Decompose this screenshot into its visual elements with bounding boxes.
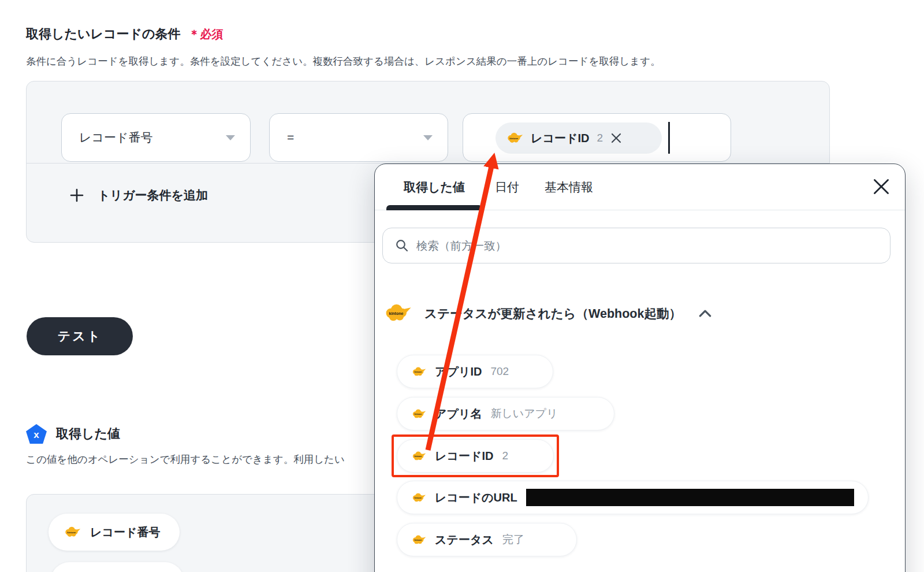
output-value-icon: x <box>26 424 47 444</box>
redacted-value <box>526 489 854 506</box>
tab-date[interactable]: 日付 <box>482 164 532 210</box>
value-chip-value: 2 <box>597 132 603 144</box>
plus-icon <box>70 188 84 202</box>
value-picker-popup: 取得した値 日付 基本情報 ステータスが更新されたら（Webhook起動） アプ… <box>374 164 906 572</box>
popup-search-box <box>382 228 891 263</box>
value-chip[interactable]: レコードID 2 <box>495 122 662 154</box>
picker-chip-app-id[interactable]: アプリID 702 <box>397 355 553 388</box>
result-section-title: 取得した値 <box>56 425 120 443</box>
operator-select-value: = <box>287 131 294 144</box>
collapse-toggle[interactable] <box>699 310 711 317</box>
search-input[interactable] <box>416 239 877 252</box>
kintone-icon <box>411 408 426 419</box>
page-title: 取得したいレコードの条件 <box>26 25 181 43</box>
result-value-chip[interactable] <box>51 562 184 572</box>
close-icon[interactable] <box>873 178 890 195</box>
value-chip-label: レコードID <box>531 131 589 146</box>
page-header: 取得したいレコードの条件 ＊必須 <box>26 25 223 43</box>
result-chip-label: レコード番号 <box>90 525 160 540</box>
picker-chip-label: ステータス <box>435 532 494 548</box>
kintone-icon <box>506 132 523 144</box>
result-section-header: x 取得した値 <box>26 424 120 444</box>
result-value-chip[interactable]: レコード番号 <box>49 514 180 551</box>
text-cursor <box>668 122 670 154</box>
search-icon <box>396 239 408 252</box>
picker-chip-label: アプリ名 <box>435 406 482 422</box>
picker-chip-label: レコードのURL <box>435 490 517 506</box>
chevron-up-icon <box>699 310 711 317</box>
picker-chip-value: 2 <box>502 450 508 462</box>
kintone-icon <box>411 492 426 503</box>
chevron-down-icon <box>226 135 235 140</box>
tab-obtained-values[interactable]: 取得した値 <box>386 164 482 210</box>
popup-tabbar: 取得した値 日付 基本情報 <box>375 164 905 210</box>
kintone-icon <box>411 366 426 377</box>
kintone-icon <box>383 303 412 324</box>
result-section-description: この値を他のオペレーションで利用することができます。利用したい <box>26 452 345 466</box>
operator-select[interactable]: = <box>269 113 448 162</box>
field-select[interactable]: レコード番号 <box>61 113 251 162</box>
picker-chip-status[interactable]: ステータス 完了 <box>397 523 577 556</box>
trigger-group-header: ステータスが更新されたら（Webhook起動） <box>383 300 711 326</box>
trigger-group-title: ステータスが更新されたら（Webhook起動） <box>424 305 681 322</box>
field-select-value: レコード番号 <box>79 129 152 146</box>
add-trigger-condition-button[interactable]: トリガー条件を追加 <box>70 183 208 208</box>
chevron-down-icon <box>423 135 433 140</box>
picker-chip-value: 完了 <box>502 532 524 547</box>
picker-chip-record-url[interactable]: レコードのURL <box>397 481 869 514</box>
kintone-icon <box>411 451 426 462</box>
tab-basic-info[interactable]: 基本情報 <box>532 164 606 210</box>
add-trigger-label: トリガー条件を追加 <box>98 187 208 203</box>
required-badge: ＊必須 <box>189 27 223 42</box>
kintone-icon <box>64 526 81 538</box>
test-button[interactable]: テスト <box>27 317 133 355</box>
kintone-icon <box>411 534 426 545</box>
remove-chip-icon[interactable] <box>610 132 622 144</box>
value-input[interactable]: レコードID 2 <box>463 113 731 162</box>
picker-chip-value: 702 <box>490 365 509 378</box>
picker-chip-label: アプリID <box>435 364 482 380</box>
picker-chip-label: レコードID <box>435 448 493 464</box>
page: 取得したいレコードの条件 ＊必須 条件に合うレコードを取得します。条件を設定して… <box>0 0 924 572</box>
picker-chip-record-id[interactable]: レコードID 2 <box>397 439 554 473</box>
picker-chip-app-name[interactable]: アプリ名 新しいアプリ <box>397 397 614 430</box>
picker-chip-value: 新しいアプリ <box>490 406 557 421</box>
page-description: 条件に合うレコードを取得します。条件を設定してください。複数行合致する場合は、レ… <box>26 54 661 68</box>
